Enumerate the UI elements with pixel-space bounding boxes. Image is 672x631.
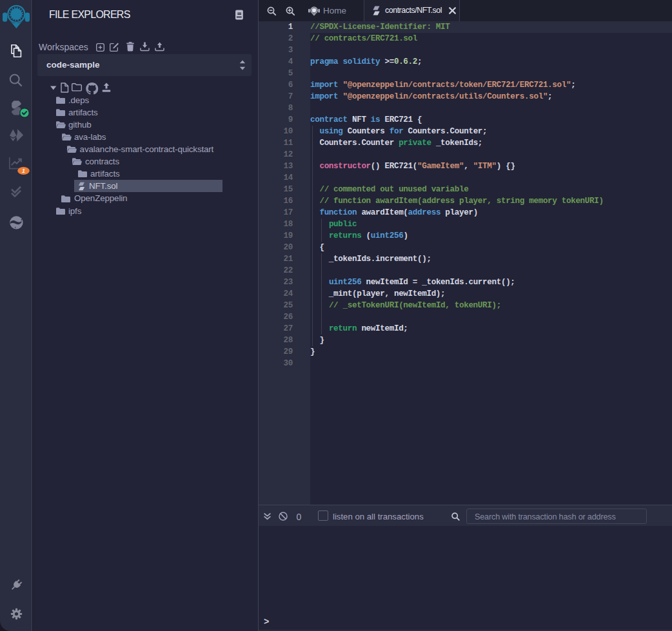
svg-text:1: 1 bbox=[22, 168, 25, 174]
